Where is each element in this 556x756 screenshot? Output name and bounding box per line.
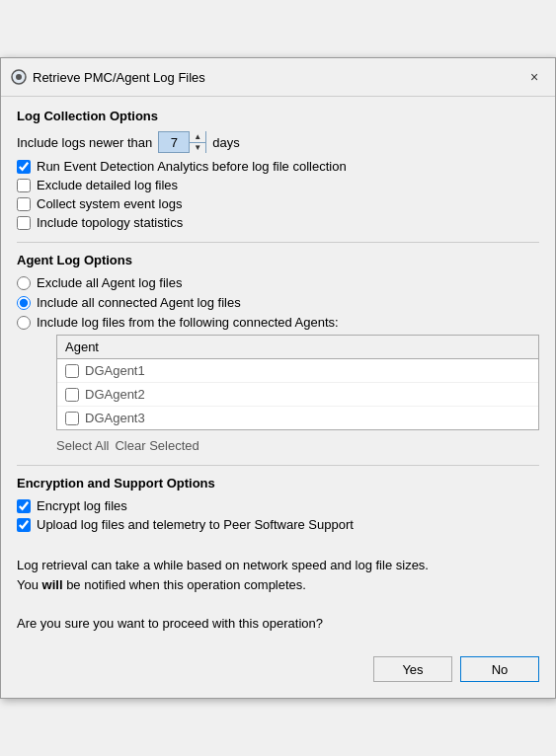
run-event-row: Run Event Detection Analytics before log… <box>17 159 539 174</box>
collect-system-checkbox[interactable] <box>17 197 31 211</box>
agent-row: DGAgent1 <box>57 359 538 383</box>
agent-log-section: Agent Log Options Exclude all Agent log … <box>17 253 539 453</box>
exclude-detailed-row: Exclude detailed log files <box>17 178 539 192</box>
title-bar-left: Retrieve PMC/Agent Log Files <box>11 69 205 85</box>
agent-row: DGAgent3 <box>57 407 538 429</box>
select-links: Select All Clear Selected <box>56 438 539 453</box>
exclude-detailed-checkbox[interactable] <box>17 179 31 192</box>
info-line2-bold: will <box>42 577 63 592</box>
upload-checkbox[interactable] <box>17 518 31 532</box>
info-line2-prefix: You <box>17 577 42 592</box>
exclude-detailed-label[interactable]: Exclude detailed log files <box>37 178 178 192</box>
days-down-button[interactable]: ▼ <box>190 143 205 154</box>
no-button[interactable]: No <box>460 656 539 682</box>
yes-button[interactable]: Yes <box>373 656 452 682</box>
include-all-label[interactable]: Include all connected Agent log files <box>37 295 241 310</box>
encrypt-row: Encrypt log files <box>17 498 539 513</box>
exclude-all-label[interactable]: Exclude all Agent log files <box>37 275 182 290</box>
days-input[interactable] <box>159 132 189 152</box>
collect-system-row: Collect system event logs <box>17 196 539 211</box>
dialog: Retrieve PMC/Agent Log Files × Log Colle… <box>0 57 556 699</box>
agent2-label[interactable]: DGAgent2 <box>85 387 145 402</box>
days-spinner: ▲ ▼ <box>189 131 205 153</box>
upload-row: Upload log files and telemetry to Peer S… <box>17 517 539 532</box>
agent-row: DGAgent2 <box>57 383 538 407</box>
agent3-checkbox[interactable] <box>65 412 79 425</box>
run-event-checkbox[interactable] <box>17 160 31 174</box>
title-bar: Retrieve PMC/Agent Log Files × <box>1 58 555 97</box>
log-collection-section: Log Collection Options Include logs newe… <box>17 109 539 230</box>
days-input-wrap: ▲ ▼ <box>158 131 206 153</box>
include-all-radio[interactable] <box>17 296 31 310</box>
include-topology-checkbox[interactable] <box>17 216 31 230</box>
encryption-label: Encryption and Support Options <box>17 476 539 491</box>
select-all-button[interactable]: Select All <box>56 438 109 453</box>
clear-selected-button[interactable]: Clear Selected <box>115 438 199 453</box>
info-line1: Log retrieval can take a while based on … <box>17 556 539 575</box>
dialog-body: Log Collection Options Include logs newe… <box>1 97 555 698</box>
encrypt-checkbox[interactable] <box>17 499 31 513</box>
exclude-all-row: Exclude all Agent log files <box>17 275 539 290</box>
include-following-radio[interactable] <box>17 316 31 330</box>
agent1-label[interactable]: DGAgent1 <box>85 363 145 378</box>
divider-1 <box>17 242 539 243</box>
include-following-row: Include log files from the following con… <box>17 315 539 330</box>
info-line2: You will be notified when this operation… <box>17 575 539 595</box>
run-event-label[interactable]: Run Event Detection Analytics before log… <box>37 159 347 174</box>
include-following-label[interactable]: Include log files from the following con… <box>37 315 339 330</box>
encrypt-label[interactable]: Encrypt log files <box>37 498 127 513</box>
agents-table: Agent DGAgent1 DGAgent2 DGAgent3 <box>56 335 539 430</box>
include-topology-label[interactable]: Include topology statistics <box>37 215 183 230</box>
encryption-section: Encryption and Support Options Encrypt l… <box>17 476 539 532</box>
dialog-icon <box>11 69 27 85</box>
include-newer-suffix: days <box>212 135 239 150</box>
dialog-title: Retrieve PMC/Agent Log Files <box>33 70 205 85</box>
info-text: Log retrieval can take a while based on … <box>17 544 539 641</box>
exclude-all-radio[interactable] <box>17 276 31 290</box>
agents-container: Agent DGAgent1 DGAgent2 DGAgent3 <box>37 335 539 453</box>
include-newer-row: Include logs newer than ▲ ▼ days <box>17 131 539 153</box>
log-collection-label: Log Collection Options <box>17 109 539 123</box>
agent1-checkbox[interactable] <box>65 364 79 378</box>
agent3-label[interactable]: DGAgent3 <box>85 411 145 425</box>
include-all-row: Include all connected Agent log files <box>17 295 539 310</box>
divider-2 <box>17 465 539 466</box>
agents-table-header: Agent <box>57 336 538 359</box>
agent-log-label: Agent Log Options <box>17 253 539 267</box>
info-line3: Are you sure you want to proceed with th… <box>17 614 539 634</box>
close-button[interactable]: × <box>523 66 545 88</box>
include-topology-row: Include topology statistics <box>17 215 539 230</box>
upload-label[interactable]: Upload log files and telemetry to Peer S… <box>37 517 354 532</box>
collect-system-label[interactable]: Collect system event logs <box>37 196 182 211</box>
buttons-row: Yes No <box>17 656 539 682</box>
agent2-checkbox[interactable] <box>65 388 79 402</box>
svg-point-1 <box>16 74 22 80</box>
include-newer-prefix: Include logs newer than <box>17 135 152 150</box>
days-up-button[interactable]: ▲ <box>190 131 205 143</box>
info-line2-suffix: be notified when this operation complete… <box>63 577 306 592</box>
